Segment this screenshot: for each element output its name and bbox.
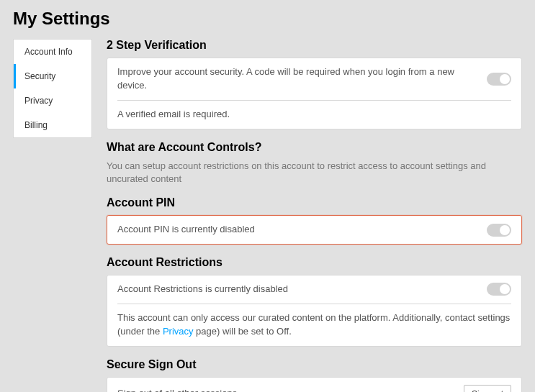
toggle-knob-icon bbox=[500, 74, 510, 84]
toggle-knob-icon bbox=[500, 225, 510, 235]
restrictions-note-suffix: page) will be set to Off. bbox=[194, 326, 292, 337]
sidebar-item-privacy[interactable]: Privacy bbox=[14, 88, 91, 113]
two-step-note: A verified email is required. bbox=[107, 101, 521, 129]
secure-signout-card: Sign out of all other sessions Sign out bbox=[107, 377, 522, 392]
account-controls-title: What are Account Controls? bbox=[107, 141, 522, 154]
privacy-link[interactable]: Privacy bbox=[163, 326, 194, 337]
sidebar-item-label: Account Info bbox=[24, 47, 73, 57]
sidebar-item-label: Billing bbox=[24, 120, 48, 130]
account-restrictions-note: This account can only access our curated… bbox=[107, 304, 521, 346]
sidebar-item-security[interactable]: Security bbox=[14, 64, 91, 88]
toggle-knob-icon bbox=[500, 284, 510, 294]
two-step-card: Improve your account security. A code wi… bbox=[107, 58, 522, 129]
page-title: My Settings bbox=[0, 0, 535, 39]
account-pin-card: Account PIN is currently disabled bbox=[107, 215, 522, 245]
account-restrictions-status: Account Restrictions is currently disabl… bbox=[117, 283, 288, 296]
account-restrictions-title: Account Restrictions bbox=[107, 256, 522, 269]
two-step-toggle[interactable] bbox=[487, 73, 511, 86]
secure-signout-title: Secure Sign Out bbox=[107, 358, 522, 371]
content-wrapper: Account Info Security Privacy Billing 2 … bbox=[0, 39, 535, 392]
sidebar-item-billing[interactable]: Billing bbox=[14, 113, 91, 137]
secure-signout-description: Sign out of all other sessions bbox=[117, 387, 237, 392]
sign-out-button[interactable]: Sign out bbox=[464, 385, 511, 392]
account-pin-title: Account PIN bbox=[107, 196, 522, 209]
sidebar-item-label: Security bbox=[24, 71, 55, 81]
account-pin-status: Account PIN is currently disabled bbox=[117, 223, 255, 237]
sidebar-item-label: Privacy bbox=[24, 96, 53, 106]
two-step-description: Improve your account security. A code wi… bbox=[117, 65, 477, 93]
main-panel: 2 Step Verification Improve your account… bbox=[92, 39, 522, 392]
sidebar-item-account-info[interactable]: Account Info bbox=[14, 40, 91, 64]
account-pin-toggle[interactable] bbox=[487, 224, 511, 237]
account-restrictions-card: Account Restrictions is currently disabl… bbox=[107, 275, 522, 347]
sidebar: Account Info Security Privacy Billing bbox=[13, 39, 92, 138]
account-restrictions-toggle[interactable] bbox=[487, 283, 511, 296]
account-controls-description: You can setup account restrictions on th… bbox=[107, 160, 522, 187]
two-step-title: 2 Step Verification bbox=[107, 39, 522, 52]
